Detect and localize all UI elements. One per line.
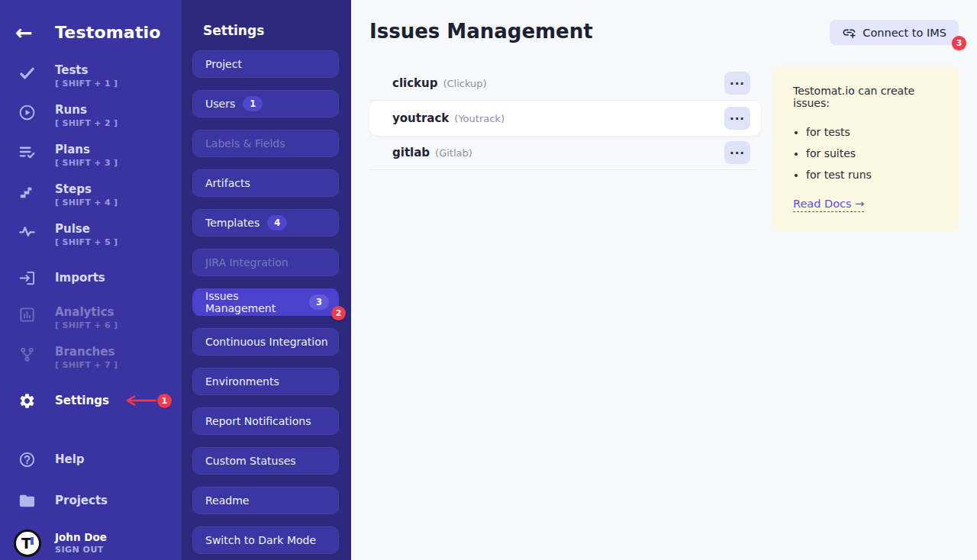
menu-item-label: Continuous Integration: [205, 336, 328, 348]
settings-menu-item-report-notifications[interactable]: Report Notifications: [192, 407, 339, 435]
annotation-badge-3: 3: [952, 36, 966, 50]
sidebar-item-projects[interactable]: Projects: [0, 491, 182, 510]
add-link-icon: [842, 25, 856, 40]
settings-menu-item-templates[interactable]: Templates 4: [192, 209, 339, 237]
issues-list: clickup (Clickup) ... youtrack (Youtrack…: [369, 66, 756, 170]
stairs-icon: [18, 182, 55, 201]
sidebar-item-pulse[interactable]: Pulse [ SHIFT + 5 ]: [0, 222, 182, 249]
main-sidebar: ← Testomatio Tests [ SHIFT + 1 ] Runs [ …: [0, 0, 182, 560]
info-box-title: Testomat.io can create issues:: [793, 85, 939, 109]
list-check-icon: [18, 143, 55, 161]
nav-label: Imports: [55, 271, 105, 285]
menu-item-label: Readme: [205, 494, 249, 507]
nav-shortcut: [ SHIFT + 6 ]: [55, 320, 118, 332]
nav-label: Steps: [55, 182, 118, 197]
issue-row-gitlab[interactable]: gitlab (Gitlab) ...: [369, 136, 756, 170]
settings-menu-item-issues-management[interactable]: Issues Management 3 2: [192, 288, 339, 316]
menu-item-label: Artifacts: [205, 177, 250, 189]
menu-item-label: Issues Management: [205, 290, 301, 314]
connect-button-label: Connect to IMS: [863, 27, 946, 39]
folder-icon: [18, 492, 55, 510]
menu-item-label: Users: [205, 98, 235, 110]
issue-type: (Gitlab): [435, 147, 472, 159]
sidebar-item-imports[interactable]: Imports: [0, 269, 182, 287]
settings-panel-title: Settings: [192, 23, 340, 38]
issue-name: gitlab: [392, 146, 430, 159]
settings-menu-item-custom-statuses[interactable]: Custom Statuses: [192, 447, 339, 475]
menu-item-label: Custom Statuses: [205, 455, 296, 467]
nav-label: Tests: [55, 63, 118, 78]
issue-name: clickup: [392, 76, 437, 90]
info-bullet: for tests: [806, 126, 939, 138]
settings-menu-item-environments[interactable]: Environments: [192, 368, 339, 395]
menu-item-label: Environments: [205, 375, 279, 388]
info-bullet: for suites: [806, 147, 939, 159]
settings-menu-item-labels-fields[interactable]: Labels & Fields: [192, 130, 339, 157]
app-logo[interactable]: Testomatio: [55, 23, 161, 42]
logo-row: ← Testomatio: [0, 17, 182, 47]
sidebar-item-plans[interactable]: Plans [ SHIFT + 3 ]: [0, 143, 182, 169]
user-account[interactable]: T John Doe SIGN OUT: [0, 529, 182, 557]
nav-label: Settings: [55, 394, 109, 408]
nav-label: Branches: [55, 345, 118, 359]
play-circle-icon: [18, 103, 55, 121]
issues-count-badge: 3: [309, 294, 329, 310]
sidebar-item-tests[interactable]: Tests [ SHIFT + 1 ]: [0, 63, 182, 90]
settings-menu-item-readme[interactable]: Readme: [192, 487, 339, 514]
pulse-icon: [18, 222, 55, 240]
nav-shortcut: [ SHIFT + 2 ]: [55, 117, 118, 130]
avatar: T: [14, 529, 41, 557]
annotation-badge-1: 1: [157, 394, 172, 408]
settings-menu-item-users[interactable]: Users 1: [192, 90, 339, 117]
settings-menu-item-dark-mode-toggle[interactable]: Switch to Dark Mode: [192, 526, 339, 554]
issue-name: youtrack: [392, 111, 449, 125]
connect-to-ims-button[interactable]: Connect to IMS 3: [830, 20, 959, 45]
more-options-button[interactable]: ...: [724, 141, 750, 164]
back-arrow-icon[interactable]: ←: [15, 21, 55, 44]
sidebar-item-steps[interactable]: Steps [ SHIFT + 4 ]: [0, 182, 182, 209]
nav-label: Analytics: [55, 305, 118, 320]
more-options-button[interactable]: ...: [724, 72, 750, 95]
issue-type: (Clickup): [443, 78, 486, 89]
sidebar-item-branches[interactable]: Branches [ SHIFT + 7 ]: [0, 345, 182, 372]
sign-out-link[interactable]: SIGN OUT: [55, 544, 107, 556]
sidebar-item-runs[interactable]: Runs [ SHIFT + 2 ]: [0, 103, 182, 130]
gear-icon: [18, 392, 55, 410]
settings-menu-item-jira-integration[interactable]: JIRA Integration: [192, 249, 339, 276]
main-header: Issues Management Connect to IMS 3: [369, 18, 959, 45]
issue-type: (Youtrack): [454, 113, 505, 124]
import-icon: [18, 269, 55, 287]
users-count-badge: 1: [243, 96, 263, 111]
issue-row-youtrack[interactable]: youtrack (Youtrack) ...: [369, 101, 761, 136]
menu-item-label: Project: [205, 58, 242, 70]
sidebar-nav: Tests [ SHIFT + 1 ] Runs [ SHIFT + 2 ] P…: [0, 47, 182, 557]
settings-menu-item-continuous-integration[interactable]: Continuous Integration: [192, 328, 339, 356]
info-box: Testomat.io can create issues: for tests…: [773, 66, 959, 232]
more-options-button[interactable]: ...: [724, 107, 750, 130]
issue-row-clickup[interactable]: clickup (Clickup) ...: [369, 66, 756, 101]
check-icon: [18, 63, 55, 82]
templates-count-badge: 4: [267, 215, 287, 230]
menu-item-label: Switch to Dark Mode: [205, 534, 316, 546]
menu-item-label: Report Notifications: [205, 415, 311, 427]
user-name: John Doe: [55, 531, 107, 544]
read-docs-link[interactable]: Read Docs →: [793, 198, 864, 212]
annotation-marker-1: 1: [115, 394, 172, 408]
menu-item-label: JIRA Integration: [205, 256, 289, 269]
help-circle-icon: [18, 451, 55, 468]
git-branch-icon: [18, 345, 55, 363]
menu-item-label: Labels & Fields: [205, 137, 285, 150]
nav-label: Runs: [55, 103, 118, 117]
settings-panel: Settings Project Users 1 Labels & Fields…: [182, 0, 351, 560]
sidebar-item-help[interactable]: Help: [0, 450, 182, 468]
nav-label: Projects: [55, 494, 108, 508]
nav-label: Plans: [55, 143, 118, 157]
sidebar-item-settings[interactable]: Settings 1: [0, 391, 182, 410]
nav-shortcut: [ SHIFT + 4 ]: [55, 197, 118, 209]
annotation-badge-2: 2: [331, 306, 346, 320]
settings-menu-item-artifacts[interactable]: Artifacts: [192, 169, 339, 197]
nav-label: Help: [55, 452, 85, 467]
menu-item-label: Templates: [205, 217, 260, 229]
sidebar-item-analytics[interactable]: Analytics [ SHIFT + 6 ]: [0, 305, 182, 332]
settings-menu-item-project[interactable]: Project: [192, 50, 339, 78]
